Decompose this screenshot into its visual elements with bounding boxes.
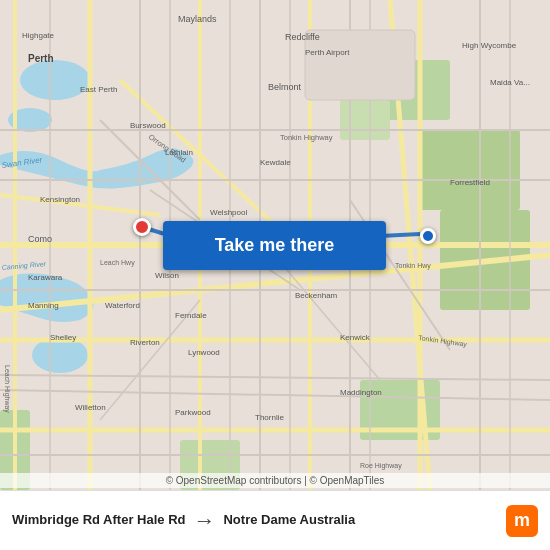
svg-point-1 (20, 60, 90, 100)
svg-text:Riverton: Riverton (130, 338, 160, 347)
svg-text:Welshpool: Welshpool (210, 208, 247, 217)
origin-pin (133, 218, 151, 236)
route-to-label: Notre Dame Australia (223, 512, 355, 529)
svg-text:Forrestfield: Forrestfield (450, 178, 490, 187)
svg-text:Ferndale: Ferndale (175, 311, 207, 320)
svg-text:Tonkin Hwy: Tonkin Hwy (395, 262, 431, 270)
moovit-icon: m (506, 505, 538, 537)
route-from: Wimbridge Rd After Hale Rd (12, 512, 185, 529)
svg-text:Parkwood: Parkwood (175, 408, 211, 417)
svg-text:Shelley: Shelley (50, 333, 76, 342)
svg-text:Como: Como (28, 234, 52, 244)
svg-text:Tonkin Highway: Tonkin Highway (280, 133, 333, 142)
svg-text:Manning: Manning (28, 301, 59, 310)
route-from-label: Wimbridge Rd After Hale Rd (12, 512, 185, 529)
svg-text:Kensington: Kensington (40, 195, 80, 204)
svg-text:Waterford: Waterford (105, 301, 140, 310)
bottom-bar: Wimbridge Rd After Hale Rd → Notre Dame … (0, 490, 550, 550)
map-attribution: © OpenStreetMap contributors | © OpenMap… (0, 473, 550, 488)
svg-text:Maida Va...: Maida Va... (490, 78, 530, 87)
svg-text:Roe Highway: Roe Highway (360, 462, 402, 470)
svg-text:Willetton: Willetton (75, 403, 106, 412)
svg-text:Perth: Perth (28, 53, 54, 64)
svg-rect-6 (420, 130, 520, 210)
moovit-logo: m (506, 505, 538, 537)
destination-pin (420, 228, 436, 244)
route-to: Notre Dame Australia (223, 512, 355, 529)
svg-text:Wilson: Wilson (155, 271, 179, 280)
svg-text:Thornlie: Thornlie (255, 413, 284, 422)
svg-text:Leach Highway: Leach Highway (3, 365, 11, 413)
route-arrow-icon: → (193, 508, 215, 534)
svg-rect-5 (340, 100, 390, 140)
svg-text:High Wycombe: High Wycombe (462, 41, 517, 50)
svg-text:Kewdale: Kewdale (260, 158, 291, 167)
svg-text:Lynwood: Lynwood (188, 348, 220, 357)
svg-text:Highgate: Highgate (22, 31, 55, 40)
svg-text:Maddington: Maddington (340, 388, 382, 397)
svg-rect-44 (305, 30, 415, 100)
svg-text:Kenwick: Kenwick (340, 333, 371, 342)
svg-text:East Perth: East Perth (80, 85, 117, 94)
svg-text:Burswood: Burswood (130, 121, 166, 130)
svg-text:Maylands: Maylands (178, 14, 217, 24)
svg-text:Leach Hwy: Leach Hwy (100, 259, 135, 267)
svg-text:Beckenham: Beckenham (295, 291, 338, 300)
take-me-there-button[interactable]: Take me there (163, 221, 386, 270)
svg-text:Karawara: Karawara (28, 273, 63, 282)
svg-text:Belmont: Belmont (268, 82, 302, 92)
svg-text:Redcliffe: Redcliffe (285, 32, 320, 42)
map-container: Maylands Redcliffe Belmont Perth Airport… (0, 0, 550, 490)
svg-text:Perth Airport: Perth Airport (305, 48, 350, 57)
